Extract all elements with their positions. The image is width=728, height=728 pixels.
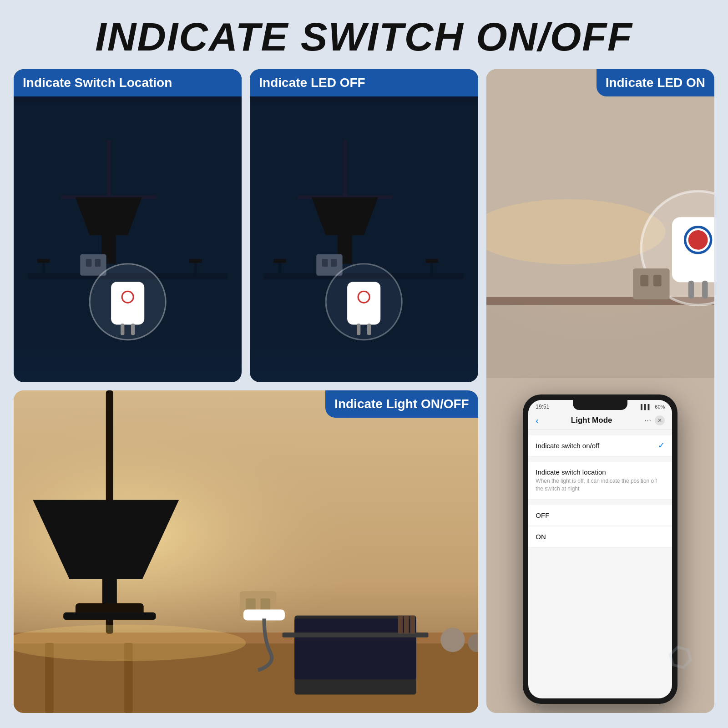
- svg-rect-76: [404, 616, 409, 634]
- phone-back-button[interactable]: ‹: [536, 415, 539, 426]
- panel-switch-location: Indicate Switch Location: [14, 69, 242, 382]
- svg-rect-7: [86, 259, 92, 267]
- svg-rect-50: [702, 281, 708, 298]
- svg-rect-71: [294, 619, 416, 680]
- svg-rect-52: [640, 275, 648, 286]
- svg-rect-63: [63, 612, 156, 620]
- phone-title: Light Mode: [571, 416, 612, 425]
- svg-point-78: [14, 625, 246, 661]
- switch-location-label: Indicate Switch Location: [14, 69, 242, 96]
- svg-rect-35: [426, 259, 438, 263]
- phone-menu-item-switch-onoff[interactable]: Indicate switch on/off ✓: [528, 435, 672, 456]
- phone-time: 19:51: [536, 404, 549, 410]
- svg-rect-26: [331, 259, 337, 267]
- svg-rect-8: [95, 259, 101, 267]
- svg-rect-6: [80, 254, 106, 276]
- phone-notch: [573, 400, 627, 410]
- phone-close-button[interactable]: ✕: [655, 415, 665, 425]
- svg-point-47: [689, 231, 707, 249]
- svg-rect-15: [37, 259, 50, 263]
- phone-menu-item-off[interactable]: OFF: [528, 505, 672, 526]
- main-title: INDICATE SWITCH ON/OFF: [0, 0, 728, 69]
- phone-signal: ▌▌▌: [641, 404, 651, 410]
- panel-light-onoff: Indicate Light ON/OFF: [14, 390, 478, 713]
- svg-rect-17: [189, 259, 202, 263]
- menu-item-3-title: OFF: [536, 511, 665, 519]
- menu-item-4-title: ON: [536, 533, 665, 541]
- menu-item-2-desc: When the light is off, it can indicate t…: [536, 477, 665, 493]
- phone-more-button[interactable]: ···: [644, 416, 651, 425]
- check-mark: ✓: [658, 440, 665, 450]
- svg-rect-68: [260, 599, 270, 611]
- panel-led-off: Indicate LED OFF: [250, 69, 478, 382]
- svg-rect-33: [274, 259, 286, 263]
- svg-rect-13: [131, 324, 135, 335]
- phone-battery: 60%: [655, 404, 665, 410]
- phone-menu-item-on[interactable]: ON: [528, 526, 672, 547]
- svg-rect-77: [410, 616, 415, 634]
- svg-rect-25: [322, 259, 328, 267]
- menu-item-2-title: Indicate switch location: [536, 468, 665, 476]
- svg-rect-24: [317, 254, 343, 276]
- led-on-label: Indicate LED ON: [597, 69, 714, 96]
- svg-rect-53: [653, 275, 662, 286]
- svg-rect-75: [398, 616, 403, 634]
- light-onoff-label: Indicate Light ON/OFF: [325, 390, 478, 418]
- menu-item-1-title: Indicate switch on/off: [536, 442, 665, 450]
- phone-header: ‹ Light Mode ··· ✕: [528, 412, 672, 430]
- svg-rect-61: [102, 579, 117, 603]
- svg-rect-67: [246, 599, 255, 611]
- svg-point-73: [440, 628, 465, 652]
- svg-rect-12: [121, 324, 124, 335]
- phone-menu-item-switch-location[interactable]: Indicate switch location When the light …: [528, 462, 672, 500]
- svg-rect-51: [633, 268, 669, 299]
- panel-led-on-right: Indicate LED ON: [486, 69, 714, 713]
- led-off-label: Indicate LED OFF: [250, 69, 478, 96]
- svg-rect-49: [688, 281, 694, 298]
- svg-rect-31: [367, 324, 371, 335]
- phone-mockup: 19:51 ▌▌▌ 60% ‹ Light Mode ··· ✕: [523, 394, 677, 704]
- svg-rect-30: [357, 324, 360, 335]
